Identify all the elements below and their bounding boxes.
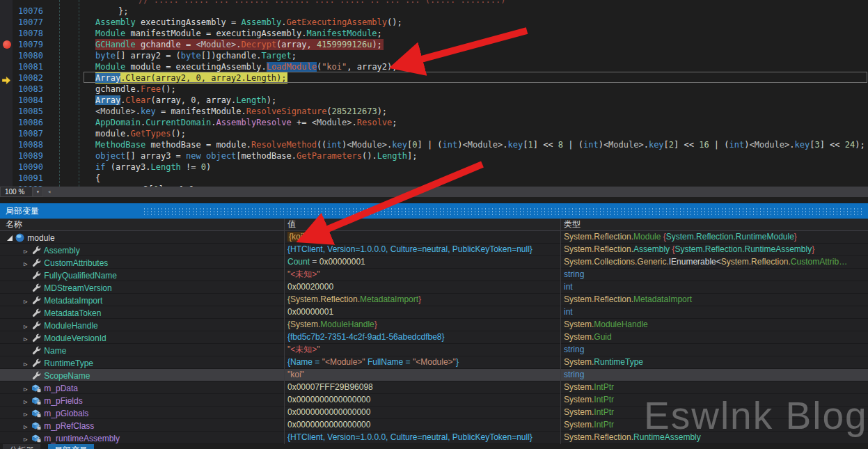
tree-spacer xyxy=(24,271,31,281)
code-line[interactable]: Array.Clear(array2, 0, array2.Length); xyxy=(95,72,287,84)
variable-name-cell[interactable]: ▷ CustomAttributes xyxy=(0,256,308,268)
expand-arrow-icon[interactable]: ▷ xyxy=(24,333,31,343)
column-header-name[interactable]: 名称 xyxy=(6,219,22,231)
variable-value-cell[interactable]: 0x00000001 xyxy=(287,306,559,318)
variable-name-cell[interactable]: module xyxy=(0,231,291,243)
code-line[interactable]: GCHandle gchandle = <Module>.Decrypt(arr… xyxy=(95,39,382,50)
expand-arrow-icon[interactable]: ▷ xyxy=(24,359,31,368)
expand-arrow-icon[interactable]: ▷ xyxy=(24,296,31,306)
variable-value-cell[interactable]: 0x00020000 xyxy=(287,281,559,293)
variable-value-cell[interactable]: {fbd5c7b2-7351-4c2f-9ad1-56abedcdfbe8} xyxy=(287,331,559,343)
tool-window-tab-inactive[interactable]: 分析器 xyxy=(3,444,40,449)
expand-arrow-icon[interactable]: ▷ xyxy=(24,396,31,406)
breakpoint-margin[interactable] xyxy=(0,0,13,187)
code-line[interactable]: if (array3.Length != 0) xyxy=(95,162,211,173)
variable-value-cell[interactable]: 0x00007FFF29B96098 xyxy=(287,381,559,393)
expand-arrow-icon[interactable]: ▷ xyxy=(24,409,31,418)
expand-arrow-icon[interactable]: ▷ xyxy=(24,258,31,268)
code-line[interactable]: AppDomain.CurrentDomain.AssemblyResolve … xyxy=(95,117,397,128)
variable-row-FullyQualifiedName[interactable]: FullyQualifiedName"<未知>"string xyxy=(0,269,868,281)
zoom-level-select[interactable]: 100 % xyxy=(0,187,33,197)
variable-name-cell[interactable]: ▷ m_pData xyxy=(0,381,308,393)
variable-row-ScopeName[interactable]: ScopeName"koi"string xyxy=(0,369,868,381)
code-line[interactable]: object[] array3 = new object[methodBase.… xyxy=(95,150,417,162)
variable-row-MDStreamVersion[interactable]: MDStreamVersion0x00020000int xyxy=(0,281,868,294)
column-separator[interactable] xyxy=(560,219,561,444)
variable-value-cell[interactable]: {HTClient, Version=1.0.0.0, Culture=neut… xyxy=(287,432,559,443)
chevron-down-icon[interactable]: ▾ xyxy=(33,187,43,197)
code-line[interactable]: gchandle.Free(); xyxy=(95,84,176,95)
variable-value-cell[interactable]: 0x0000000000000000 xyxy=(287,407,559,418)
tool-window-tab-active[interactable]: 局部变量 xyxy=(48,444,94,449)
variable-name-cell[interactable]: MetadataToken xyxy=(0,306,308,318)
scroll-left-icon[interactable]: ◂ xyxy=(47,187,51,196)
variable-row-module[interactable]: module{koi}System.Reflection.Module {Sys… xyxy=(0,231,868,244)
variable-value-cell[interactable]: "koi" xyxy=(287,369,559,381)
variable-value-cell[interactable]: "<未知>" xyxy=(287,344,559,356)
code-editor[interactable]: 1007610077100781007910080100811008210083… xyxy=(0,0,868,187)
code-line[interactable]: module.GetTypes(); xyxy=(95,128,186,139)
variable-value-cell[interactable]: {HTClient, Version=1.0.0.0, Culture=neut… xyxy=(287,244,559,255)
variable-name-cell[interactable]: ▷ MetadataImport xyxy=(0,294,308,306)
column-separator[interactable] xyxy=(284,219,285,444)
locals-column-header[interactable]: 名称 值 类型 xyxy=(0,219,868,231)
locals-variable-list[interactable]: module{koi}System.Reflection.Module {Sys… xyxy=(0,231,868,444)
variable-name-cell[interactable]: ▷ Assembly xyxy=(0,244,308,255)
variable-name-cell[interactable]: ▷ m_pRefClass xyxy=(0,419,308,431)
collapse-arrow-icon[interactable] xyxy=(7,235,13,241)
variable-name-cell[interactable]: ▷ ModuleHandle xyxy=(0,319,308,331)
expand-arrow-icon[interactable]: ▷ xyxy=(24,384,31,393)
code-line[interactable]: byte[] array2 = (byte[])gchandle.Target; xyxy=(95,50,297,61)
code-line[interactable]: Module module = executingAssembly.LoadMo… xyxy=(95,61,397,72)
variable-value-cell[interactable]: {System.ModuleHandle} xyxy=(287,319,559,331)
variable-name-cell[interactable]: FullyQualifiedName xyxy=(0,269,308,281)
code-line[interactable]: }; xyxy=(118,6,128,17)
variable-row-m_pRefClass[interactable]: ▷ m_pRefClass0x0000000000000000System.In… xyxy=(0,419,868,432)
code-line[interactable]: MethodBase methodBase = module.ResolveMe… xyxy=(95,139,865,150)
variable-row-CustomAttributes[interactable]: ▷ CustomAttributesCount = 0x00000001Syst… xyxy=(0,256,868,269)
variable-name-cell[interactable]: ▷ m_pGlobals xyxy=(0,407,308,418)
horizontal-scrollbar[interactable]: ◂ xyxy=(43,187,868,197)
code-line[interactable]: Assembly executingAssembly = Assembly.Ge… xyxy=(95,17,402,28)
variable-row-RuntimeType[interactable]: ▷ RuntimeType{Name = "<Module>" FullName… xyxy=(0,356,868,369)
code-line[interactable]: // ..... ..... ... ....... ....... .... … xyxy=(139,0,505,6)
variable-value-cell[interactable]: "<未知>" xyxy=(287,269,559,281)
expand-arrow-icon[interactable]: ▷ xyxy=(24,321,31,331)
column-header-value[interactable]: 值 xyxy=(287,219,296,231)
variable-row-m_pGlobals[interactable]: ▷ m_pGlobals0x0000000000000000System.Int… xyxy=(0,407,868,419)
variable-name-cell[interactable]: ▷ ModuleVersionId xyxy=(0,331,308,343)
code-line[interactable]: { xyxy=(95,173,100,184)
variable-value-cell[interactable]: Count = 0x00000001 xyxy=(287,256,559,268)
variable-value-cell[interactable]: {Name = "<Module>" FullName = "<Module>"… xyxy=(287,356,559,368)
variable-row-Name[interactable]: Name"<未知>"string xyxy=(0,344,868,356)
variable-name-cell[interactable]: ▷ RuntimeType xyxy=(0,356,308,368)
variable-row-m_pData[interactable]: ▷ m_pData0x00007FFF29B96098System.IntPtr xyxy=(0,381,868,394)
variable-row-ModuleHandle[interactable]: ▷ ModuleHandle{System.ModuleHandle}Syste… xyxy=(0,319,868,331)
code-line[interactable]: Module manifestModule = executingAssembl… xyxy=(95,28,382,39)
variable-name-cell[interactable]: ▷ m_pFields xyxy=(0,394,308,406)
code-line[interactable]: <Module>.key = manifestModule.ResolveSig… xyxy=(95,106,387,117)
code-line[interactable]: Array.Clear(array, 0, array.Length); xyxy=(95,95,276,106)
variable-row-m_pFields[interactable]: ▷ m_pFields0x0000000000000000System.IntP… xyxy=(0,394,868,407)
property-wrench-icon xyxy=(31,358,42,368)
variable-name-cell[interactable]: MDStreamVersion xyxy=(0,281,308,293)
column-header-type[interactable]: 类型 xyxy=(564,219,581,231)
expand-arrow-icon[interactable]: ▷ xyxy=(24,434,31,443)
variable-name-cell[interactable]: ▷ m_runtimeAssembly xyxy=(0,432,308,443)
tool-window-tabs[interactable]: 分析器局部变量 xyxy=(0,444,868,449)
variable-name-cell[interactable]: Name xyxy=(0,344,308,356)
locals-panel-titlebar[interactable]: 局部变量 xyxy=(0,203,868,219)
variable-row-m_runtimeAssembly[interactable]: ▷ m_runtimeAssembly{HTClient, Version=1.… xyxy=(0,432,868,444)
variable-row-Assembly[interactable]: ▷ Assembly{HTClient, Version=1.0.0.0, Cu… xyxy=(0,244,868,256)
variable-row-ModuleVersionId[interactable]: ▷ ModuleVersionId{fbd5c7b2-7351-4c2f-9ad… xyxy=(0,331,868,344)
variable-name-cell[interactable]: ScopeName xyxy=(0,369,308,381)
breakpoint-icon[interactable] xyxy=(3,40,11,49)
variable-value-cell[interactable]: 0x0000000000000000 xyxy=(287,394,559,406)
variable-row-MetadataImport[interactable]: ▷ MetadataImport{System.Reflection.Metad… xyxy=(0,294,868,306)
variable-value-cell[interactable]: {System.Reflection.MetadataImport} xyxy=(287,294,559,306)
variable-value-cell[interactable]: {koi} xyxy=(287,231,559,243)
expand-arrow-icon[interactable]: ▷ xyxy=(24,246,31,255)
variable-value-cell[interactable]: 0x0000000000000000 xyxy=(287,419,559,431)
variable-row-MetadataToken[interactable]: MetadataToken0x00000001int xyxy=(0,306,868,319)
expand-arrow-icon[interactable]: ▷ xyxy=(24,421,31,431)
